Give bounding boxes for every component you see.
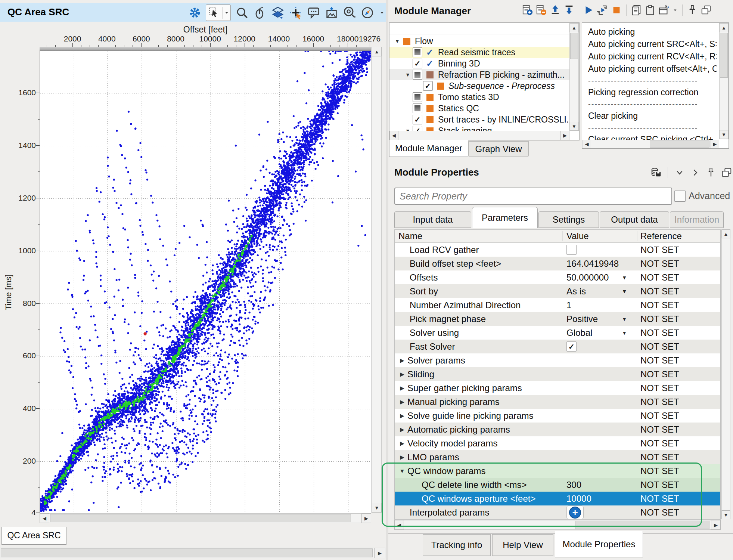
flow-tree-item[interactable]: ✓✓Binning 3D bbox=[389, 58, 569, 69]
table-row[interactable]: ▶LMO paramsNOT SET bbox=[395, 450, 720, 464]
param-value-cell[interactable]: Positive▼ bbox=[563, 314, 637, 324]
select-mode-button[interactable] bbox=[206, 4, 231, 21]
cascade-icon[interactable] bbox=[701, 4, 712, 16]
flow-tree-item[interactable]: ▼Refraction FB picking - azimuth... bbox=[389, 69, 569, 80]
tree-checkbox[interactable]: ✓ bbox=[413, 115, 422, 124]
tab-tracking-info[interactable]: Tracking info bbox=[423, 534, 491, 556]
tab-information[interactable]: Information bbox=[670, 211, 724, 228]
command-item[interactable]: Auto picking current RCV<Alt+, R> bbox=[582, 50, 717, 63]
tab-parameters[interactable]: Parameters bbox=[472, 207, 538, 228]
tree-checkbox[interactable] bbox=[413, 92, 422, 102]
table-row[interactable]: ▶Manual picking paramsNOT SET bbox=[395, 395, 720, 409]
tree-hscroll-left[interactable]: ◀ bbox=[389, 131, 398, 140]
table-row[interactable]: Fast Solver✓NOT SET bbox=[395, 340, 720, 353]
tree-vscroll-up[interactable]: ▲ bbox=[569, 23, 579, 32]
value-checkbox-checked[interactable]: ✓ bbox=[566, 341, 577, 352]
remove-module-icon[interactable] bbox=[536, 4, 547, 16]
tab-help-view[interactable]: Help View bbox=[492, 534, 553, 556]
table-vscroll-down[interactable]: ▼ bbox=[721, 510, 730, 519]
command-item[interactable]: Auto picking current offset<Alt+, O> bbox=[582, 63, 717, 75]
scatter-canvas[interactable] bbox=[40, 47, 372, 513]
search-property-input[interactable] bbox=[394, 188, 672, 205]
group-collapsed-icon[interactable]: ▶ bbox=[395, 371, 407, 378]
db-save-icon[interactable] bbox=[650, 167, 662, 178]
add-module-icon[interactable] bbox=[522, 4, 533, 16]
advanced-checkbox[interactable] bbox=[674, 191, 686, 202]
command-item[interactable]: Clear picking bbox=[582, 110, 717, 122]
flow-tree-item[interactable]: ✓Sub-sequence - Preprocess bbox=[389, 80, 569, 92]
tab-qc-area-src[interactable]: QC Area SRC bbox=[1, 527, 66, 545]
clipboard-icon[interactable] bbox=[645, 4, 656, 16]
comment-icon[interactable] bbox=[307, 6, 320, 19]
chevron-down-icon[interactable] bbox=[674, 167, 685, 178]
tree-vscroll-down[interactable]: ▼ bbox=[569, 122, 579, 131]
group-collapsed-icon[interactable]: ▶ bbox=[395, 357, 407, 364]
table-row[interactable]: Pick magnet phasePositive▼NOT SET bbox=[395, 312, 720, 326]
plot-hscroll-thumb[interactable] bbox=[50, 514, 351, 522]
compass-icon[interactable] bbox=[361, 6, 374, 19]
table-row[interactable]: Solver usingGlobal▼NOT SET bbox=[395, 326, 720, 340]
tab-settings[interactable]: Settings bbox=[538, 211, 599, 228]
command-item[interactable]: Auto picking current SRC<Alt+, S> bbox=[582, 38, 717, 50]
window-hscroll-thumb[interactable] bbox=[1, 548, 373, 557]
select-tool-icon[interactable] bbox=[206, 7, 223, 19]
param-value-cell[interactable]: 164.0419948 bbox=[563, 259, 637, 269]
add-param-button[interactable]: + bbox=[569, 507, 581, 519]
command-item[interactable]: Clear current SRC picking <Ctrl+, Dele bbox=[582, 133, 717, 140]
tree-checkbox[interactable] bbox=[413, 47, 422, 57]
select-mode-caret[interactable] bbox=[223, 10, 230, 16]
param-value-cell[interactable]: 300 bbox=[563, 480, 637, 490]
report-icon[interactable] bbox=[631, 4, 642, 16]
export-image-icon[interactable] bbox=[325, 6, 338, 19]
param-value-cell[interactable]: + bbox=[563, 505, 637, 519]
commands-vscroll-up[interactable]: ▲ bbox=[719, 23, 729, 32]
table-row[interactable]: ▶Solver paramsNOT SET bbox=[395, 353, 720, 367]
table-row[interactable]: ▶Super gather picking paramsNOT SET bbox=[395, 381, 720, 395]
chevron-right-icon[interactable] bbox=[690, 167, 701, 178]
caret-down-icon[interactable] bbox=[672, 7, 678, 13]
tab-input-data[interactable]: Input data bbox=[394, 211, 471, 228]
zoom-icon[interactable] bbox=[235, 6, 249, 19]
commands-vscroll-thumb[interactable] bbox=[720, 33, 728, 78]
tree-vscroll-thumb[interactable] bbox=[570, 33, 578, 59]
value-dropdown-caret[interactable]: ▼ bbox=[622, 275, 627, 281]
tab-output-data[interactable]: Output data bbox=[600, 211, 669, 228]
table-row[interactable]: ▶Solve guide line picking paramsNOT SET bbox=[395, 409, 720, 423]
mouse-icon[interactable] bbox=[253, 6, 267, 19]
table-row[interactable]: ▶Velocity model paramsNOT SET bbox=[395, 436, 720, 450]
caret-down-icon[interactable] bbox=[379, 9, 385, 16]
cascade-icon[interactable] bbox=[721, 167, 732, 178]
param-value-cell[interactable]: 10000 bbox=[563, 494, 637, 504]
plot-vscroll-track[interactable] bbox=[372, 47, 382, 513]
param-value-cell[interactable]: 50.000000▼ bbox=[563, 272, 637, 283]
measure-icon[interactable] bbox=[343, 6, 356, 19]
table-row[interactable]: ▶SlidingNOT SET bbox=[395, 367, 720, 381]
export-flow-icon[interactable] bbox=[563, 4, 575, 16]
add-param-button-frame[interactable]: + bbox=[566, 505, 584, 519]
table-row[interactable]: Number Azimuthal Direction1NOT SET bbox=[395, 298, 720, 312]
param-value-cell[interactable]: ✓ bbox=[563, 341, 637, 352]
flow-tree-item[interactable]: Tomo statics 3D bbox=[389, 92, 569, 103]
tree-expander-icon[interactable]: ▼ bbox=[392, 38, 402, 44]
param-value-cell[interactable]: 1 bbox=[563, 300, 637, 310]
plot-vscroll-up[interactable]: ▲ bbox=[372, 47, 382, 56]
table-hscroll-left[interactable]: ◀ bbox=[394, 520, 404, 530]
plot-vscroll-down[interactable]: ▼ bbox=[372, 503, 382, 513]
tree-checkbox[interactable]: ✓ bbox=[413, 59, 422, 68]
table-row[interactable]: Sort byAs is▼NOT SET bbox=[395, 284, 720, 298]
table-row[interactable]: QC windows aperture <feet>10000NOT SET bbox=[395, 492, 720, 505]
table-row[interactable]: QC delete line width <ms>300NOT SET bbox=[395, 478, 720, 492]
flow-tree-item[interactable]: ✓Sort traces - by INLINE/CROSSLI... bbox=[389, 114, 569, 125]
group-expanded-icon[interactable]: ▼ bbox=[395, 468, 407, 474]
table-row[interactable]: Interpolated params+NOT SET bbox=[395, 505, 720, 519]
commands-hscroll-right[interactable]: ▶ bbox=[711, 140, 719, 148]
commands-hscroll-left[interactable]: ◀ bbox=[583, 140, 591, 148]
command-item[interactable]: Picking regression correction bbox=[582, 86, 717, 99]
window-hscroll-right[interactable]: ▶ bbox=[374, 548, 385, 558]
plot-hscroll-left[interactable]: ◀ bbox=[40, 513, 49, 523]
group-collapsed-icon[interactable]: ▶ bbox=[395, 454, 407, 461]
table-vscroll-track[interactable] bbox=[721, 229, 730, 519]
new-window-icon[interactable] bbox=[658, 4, 670, 16]
commands-hscroll-thumb[interactable] bbox=[650, 140, 709, 148]
table-row[interactable]: Load RCV gatherNOT SET bbox=[395, 243, 720, 257]
